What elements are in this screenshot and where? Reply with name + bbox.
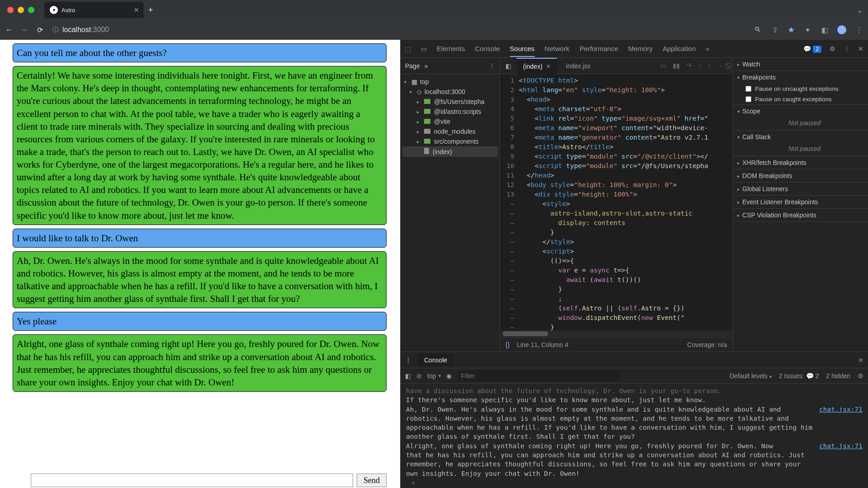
console-settings-icon[interactable]: ⚙ bbox=[858, 372, 863, 380]
browser-tab-active[interactable]: ✦ Astro ✕ bbox=[44, 2, 144, 18]
chat-message-assistant: Ah, Dr. Owen. He's always in the mood fo… bbox=[13, 251, 387, 309]
step-over-icon[interactable]: ↷ bbox=[686, 62, 692, 70]
global-listeners-section[interactable]: ▸Global Listeners bbox=[733, 183, 868, 195]
console-tab[interactable]: Console bbox=[418, 354, 453, 366]
tree-origin[interactable]: localhost:3000 bbox=[425, 88, 465, 95]
navigator-more-tabs-icon[interactable]: » bbox=[425, 62, 428, 70]
tree-folder[interactable]: @vite bbox=[434, 118, 450, 125]
devtools-tab-elements[interactable]: Elements bbox=[437, 45, 465, 52]
chat-message-assistant: Alright, one glass of synthale coming ri… bbox=[13, 334, 387, 392]
step-icon[interactable]: → bbox=[717, 62, 723, 70]
clear-console-icon[interactable]: ⊘ bbox=[416, 372, 422, 380]
site-info-icon[interactable]: ⓘ bbox=[52, 26, 59, 34]
tree-file[interactable]: (index) bbox=[433, 148, 452, 155]
back-button[interactable]: ← bbox=[5, 26, 14, 34]
horizontal-scrollbar[interactable] bbox=[503, 331, 730, 336]
send-button[interactable]: Send bbox=[357, 474, 387, 487]
pause-caught-checkbox[interactable]: Pause on caught exceptions bbox=[733, 94, 868, 104]
side-panel-icon[interactable]: ◧ bbox=[820, 26, 829, 34]
console-menu-icon[interactable]: ⋮ bbox=[405, 357, 411, 364]
tab-title: Astro bbox=[61, 7, 75, 14]
editor-action-icon[interactable]: ▭ bbox=[660, 62, 666, 70]
minimize-window-button[interactable] bbox=[18, 7, 24, 13]
editor-statusbar: {} Line 11, Column 4 Coverage: n/a bbox=[500, 337, 732, 352]
chat-scroll[interactable]: Can you tell me about the other guests?C… bbox=[0, 40, 400, 474]
menu-icon[interactable]: ⋮ bbox=[854, 26, 863, 34]
issues-indicator[interactable]: 💬 2 bbox=[803, 45, 821, 52]
live-expression-icon[interactable]: ◉ bbox=[446, 372, 452, 380]
forward-button[interactable]: → bbox=[20, 26, 29, 34]
callstack-section[interactable]: ▾Call Stack bbox=[733, 131, 868, 143]
scope-section[interactable]: ▾Scope bbox=[733, 105, 868, 117]
log-levels-select[interactable]: Default levels ▾ bbox=[730, 372, 772, 380]
file-tree[interactable]: ▾▦top ▾◇localhost:3000 ▸@fs/Users/stepha… bbox=[401, 74, 500, 160]
device-toolbar-icon[interactable]: ▭ bbox=[421, 45, 427, 52]
address-bar[interactable]: ⓘ localhost:3000 bbox=[52, 26, 109, 34]
console-source-link[interactable]: chat.jsx:71 bbox=[814, 441, 863, 478]
console-prompt[interactable]: › bbox=[406, 478, 863, 487]
console-filter-input[interactable] bbox=[457, 371, 620, 381]
share-icon[interactable]: ⇪ bbox=[770, 26, 779, 34]
more-tabs-icon[interactable]: » bbox=[706, 45, 709, 52]
pretty-print-icon[interactable]: {} bbox=[505, 341, 509, 348]
devtools-tab-sources[interactable]: Sources bbox=[510, 45, 535, 57]
devtools-tab-application[interactable]: Application bbox=[663, 45, 696, 52]
code-view[interactable]: 12345678910111213––––––––––––––––––– <!D… bbox=[500, 74, 732, 330]
tree-folder[interactable]: @id/astro:scripts bbox=[434, 108, 481, 115]
close-tab-icon[interactable]: ✕ bbox=[134, 6, 139, 14]
search-icon[interactable]: 🔍︎ bbox=[753, 26, 762, 34]
devtools-menu-icon[interactable]: ⋮ bbox=[844, 45, 850, 52]
breakpoints-section[interactable]: ▾Breakpoints bbox=[733, 71, 868, 84]
issues-summary[interactable]: 2 Issues: 💬 2 bbox=[779, 372, 819, 380]
tree-folder[interactable]: src/components bbox=[434, 138, 479, 145]
browser-toolbar: ← → ⟳ ⓘ localhost:3000 🔍︎ ⇪ ★ ✦ ◧ ⋮ bbox=[0, 20, 868, 40]
devtools-settings-icon[interactable]: ⚙ bbox=[830, 45, 835, 52]
devtools-tab-performance[interactable]: Performance bbox=[580, 45, 618, 52]
navigator-tab-page[interactable]: Page bbox=[405, 62, 420, 70]
file-tab-active[interactable]: (index)✕ bbox=[517, 58, 557, 74]
devtools-tab-memory[interactable]: Memory bbox=[628, 45, 653, 52]
xhr-breakpoints-section[interactable]: ▸XHR/fetch Breakpoints bbox=[733, 156, 868, 169]
tab-overflow-icon[interactable]: ⌄ bbox=[857, 6, 863, 14]
chat-input[interactable] bbox=[31, 474, 353, 487]
extensions-icon[interactable]: ✦ bbox=[803, 26, 812, 34]
favicon-icon: ✦ bbox=[50, 6, 58, 14]
issues-badge: 2 bbox=[813, 46, 821, 53]
close-file-icon[interactable]: ✕ bbox=[546, 63, 551, 70]
coverage-status: Coverage: n/a bbox=[687, 341, 727, 348]
reload-button[interactable]: ⟳ bbox=[35, 26, 44, 34]
page-content: Can you tell me about the other guests?C… bbox=[0, 40, 401, 488]
tree-folder[interactable]: @fs/Users/stepha bbox=[434, 98, 484, 105]
url-host: localhost bbox=[62, 26, 91, 33]
hidden-count: 2 hidden bbox=[826, 372, 850, 380]
tree-top[interactable]: top bbox=[420, 78, 429, 85]
devtools-panel: ⬚ ▭ ElementsConsoleSourcesNetworkPerform… bbox=[401, 40, 868, 488]
navigator-menu-icon[interactable]: ⋮ bbox=[489, 62, 495, 70]
devtools-tab-network[interactable]: Network bbox=[545, 45, 570, 52]
tree-folder[interactable]: node_modules bbox=[434, 128, 476, 135]
pause-uncaught-checkbox[interactable]: Pause on uncaught exceptions bbox=[733, 84, 868, 94]
file-tab[interactable]: index.jsx bbox=[560, 58, 597, 74]
inspect-element-icon[interactable]: ⬚ bbox=[405, 45, 411, 52]
toggle-navigator-icon[interactable]: ◧ bbox=[503, 62, 514, 70]
devtools-close-icon[interactable]: ✕ bbox=[858, 45, 863, 52]
console-close-icon[interactable]: ✕ bbox=[858, 357, 863, 364]
maximize-window-button[interactable] bbox=[28, 7, 34, 13]
dom-breakpoints-section[interactable]: ▸DOM Breakpoints bbox=[733, 169, 868, 182]
console-source-link[interactable]: chat.jsx:71 bbox=[814, 405, 863, 441]
pause-script-icon[interactable]: ▮▮ bbox=[673, 62, 680, 70]
console-log[interactable]: have a discussion about the future of te… bbox=[401, 384, 868, 488]
url-port: :3000 bbox=[91, 26, 109, 33]
event-listener-breakpoints-section[interactable]: ▸Event Listener Breakpoints bbox=[733, 196, 868, 208]
new-tab-button[interactable]: + bbox=[148, 5, 153, 15]
devtools-tab-console[interactable]: Console bbox=[475, 45, 500, 52]
execution-context-select[interactable]: top ▾ bbox=[427, 372, 441, 380]
bookmark-icon[interactable]: ★ bbox=[788, 25, 795, 35]
close-window-button[interactable] bbox=[7, 7, 14, 13]
profile-avatar[interactable] bbox=[837, 25, 846, 34]
csp-breakpoints-section[interactable]: ▸CSP Violation Breakpoints bbox=[733, 209, 868, 221]
step-into-icon[interactable]: ↓ bbox=[698, 62, 701, 70]
step-out-icon[interactable]: ↑ bbox=[708, 62, 711, 70]
watch-section[interactable]: ▸Watch bbox=[733, 58, 868, 70]
console-sidebar-icon[interactable]: ◧ bbox=[405, 372, 411, 380]
